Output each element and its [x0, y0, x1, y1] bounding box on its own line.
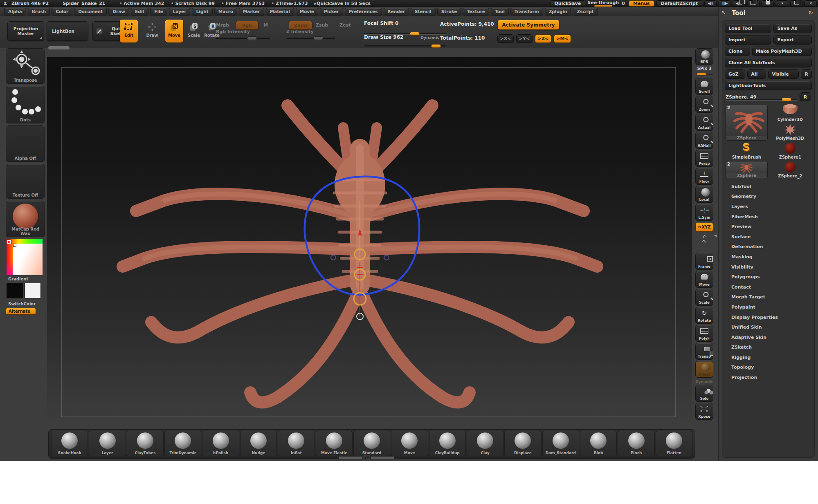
- menu-item[interactable]: Render: [384, 8, 409, 16]
- section-morph-target[interactable]: Morph Target: [725, 292, 812, 302]
- transparency-button[interactable]: Transp: [695, 343, 713, 360]
- section-surface[interactable]: Surface: [725, 232, 812, 242]
- bpr-render-button[interactable]: BPR: [695, 48, 713, 65]
- save-as-button[interactable]: Save As: [773, 24, 812, 33]
- section-rigging[interactable]: Rigging: [725, 352, 812, 363]
- move-canvas-button[interactable]: Move: [695, 271, 713, 288]
- section-subtool[interactable]: SubTool: [725, 181, 812, 192]
- scale-canvas-button[interactable]: Scale: [695, 289, 713, 306]
- solo-button[interactable]: Solo: [695, 385, 713, 402]
- make-polymesh3d-button[interactable]: Make PolyMesh3D: [752, 47, 812, 56]
- switchcolor-label[interactable]: SwitchColor: [8, 302, 45, 306]
- mrgb-toggle[interactable]: Mrgb: [216, 22, 229, 28]
- menu-item[interactable]: Picker: [320, 8, 343, 16]
- close-button[interactable]: ×: [805, 0, 817, 7]
- symmetry-x-button[interactable]: >X<: [497, 34, 514, 43]
- scroll-up-down-icons[interactable]: ▲▼: [363, 455, 370, 460]
- goz-button[interactable]: GoZ: [725, 69, 745, 79]
- perspective-button[interactable]: Persp: [695, 150, 713, 167]
- menu-item[interactable]: Movie: [296, 8, 318, 16]
- brush-item[interactable]: Displace: [504, 431, 541, 456]
- xyz-rotation-button[interactable]: XYZ: [695, 222, 713, 232]
- menu-item[interactable]: Edit: [131, 8, 148, 16]
- brush-item[interactable]: Inflat: [278, 431, 315, 456]
- zsub-toggle[interactable]: Zsub: [316, 22, 328, 28]
- menu-item[interactable]: Layer: [169, 8, 191, 16]
- section-preview[interactable]: Preview: [725, 222, 812, 232]
- menu-item[interactable]: Document: [74, 8, 107, 16]
- menu-item[interactable]: Preferences: [345, 8, 382, 16]
- stroke-dots-tile[interactable]: Dots: [6, 86, 45, 123]
- menu-item[interactable]: Stencil: [411, 8, 436, 16]
- section-geometry[interactable]: Geometry: [725, 192, 812, 202]
- document-canvas[interactable]: [47, 57, 692, 429]
- secondary-color-swatch[interactable]: [25, 283, 41, 298]
- load-tool-button[interactable]: Load Tool: [725, 24, 771, 33]
- expand-ui-icon[interactable]: |||▶: [719, 0, 731, 7]
- zoom-button[interactable]: Zoom: [695, 96, 713, 113]
- next-layout-icon[interactable]: ▶: [747, 0, 760, 7]
- section-unified-skin[interactable]: Unified Skin: [725, 322, 812, 332]
- goz-visible-button[interactable]: Visible: [768, 69, 799, 79]
- local-symmetry-button[interactable]: L.Sym: [695, 204, 713, 221]
- section-contact[interactable]: Contact: [725, 282, 812, 292]
- quicksave-button[interactable]: QuickSave: [550, 0, 586, 7]
- current-tool-thumbnail[interactable]: 2 ZSphere: [726, 105, 768, 141]
- restore-button[interactable]: [790, 0, 802, 7]
- color-picker[interactable]: [7, 239, 43, 275]
- polyframe-button[interactable]: PolyF: [695, 325, 713, 342]
- tool-thumbnail[interactable]: PolyMesh3D: [769, 123, 811, 141]
- brush-item[interactable]: hPolish: [202, 431, 239, 456]
- brush-item[interactable]: Flatten: [656, 431, 692, 456]
- see-through-slider[interactable]: [594, 5, 612, 7]
- brush-bar-scrollbar[interactable]: ▲▼: [339, 455, 400, 460]
- clone-button[interactable]: Clone: [725, 47, 750, 56]
- rotate-shortcut-arrows[interactable]: [695, 233, 713, 252]
- transpose-tile[interactable]: Transpose: [6, 48, 45, 84]
- brush-item[interactable]: Pinch: [618, 431, 654, 456]
- menu-item[interactable]: Zscript: [573, 8, 598, 16]
- panel-collapse-arrow[interactable]: ◂: [714, 232, 717, 238]
- move-mode-button[interactable]: M Move: [165, 20, 183, 43]
- draw-mode-button[interactable]: Draw: [143, 20, 161, 43]
- section-adaptive-skin[interactable]: Adaptive Skin: [725, 332, 812, 343]
- goz-r-button[interactable]: R: [801, 69, 812, 79]
- section-deformation[interactable]: Deformation: [725, 242, 812, 252]
- menu-item[interactable]: Tool: [491, 8, 509, 16]
- import-button[interactable]: Import: [725, 35, 771, 45]
- activate-symmetry-button[interactable]: Activate Symmetry: [497, 20, 560, 30]
- brush-item[interactable]: SnakeHook: [51, 431, 88, 456]
- color-picker-inner[interactable]: [13, 244, 43, 275]
- actual-size-button[interactable]: Actual: [695, 114, 713, 131]
- lightbox-tools-button[interactable]: Lightbox▸Tools: [725, 81, 812, 90]
- section-zsketch[interactable]: ZSketch: [725, 343, 812, 353]
- brush-item[interactable]: TrimDynamic: [164, 431, 201, 456]
- menu-item[interactable]: Material: [266, 8, 294, 16]
- brush-item[interactable]: Dam_Standard: [542, 431, 579, 456]
- zadd-toggle[interactable]: Zadd: [289, 21, 312, 30]
- clone-all-subtools-button[interactable]: Clone All SubTools: [725, 58, 812, 67]
- slider-r-button[interactable]: R: [800, 92, 811, 101]
- menu-item[interactable]: Alpha: [4, 8, 26, 16]
- tool-thumbnail[interactable]: S SimpleBrush: [726, 142, 768, 159]
- section-layers[interactable]: Layers: [725, 202, 812, 212]
- rgb-intensity-slider[interactable]: [216, 38, 270, 39]
- menu-item[interactable]: Brush: [28, 8, 50, 16]
- brush-item[interactable]: ClayBuildup: [429, 431, 466, 456]
- alternate-button[interactable]: Alternate: [6, 308, 36, 315]
- section-masking[interactable]: Masking: [725, 252, 812, 262]
- section-display-properties[interactable]: Display Properties: [725, 312, 812, 323]
- previous-layout-icon[interactable]: ◀: [733, 0, 745, 7]
- scale-mode-button[interactable]: S Scale: [185, 20, 203, 43]
- rgb-toggle[interactable]: Rgb: [236, 21, 258, 30]
- menu-item[interactable]: Light: [192, 8, 212, 16]
- draw-size-slider[interactable]: [364, 45, 446, 47]
- symmetry-z-button[interactable]: >Z<: [535, 34, 551, 43]
- brush-item[interactable]: Move Elastic: [316, 431, 353, 456]
- scroll-button[interactable]: Scroll: [695, 78, 713, 95]
- local-pivot-button[interactable]: Local: [695, 186, 713, 203]
- tool-thumbnail[interactable]: ZSphere_2: [769, 161, 811, 178]
- material-tile[interactable]: MatCap Red Wax: [6, 201, 45, 237]
- ghost-button[interactable]: Ghost: [695, 361, 713, 378]
- menu-item[interactable]: File: [150, 8, 167, 16]
